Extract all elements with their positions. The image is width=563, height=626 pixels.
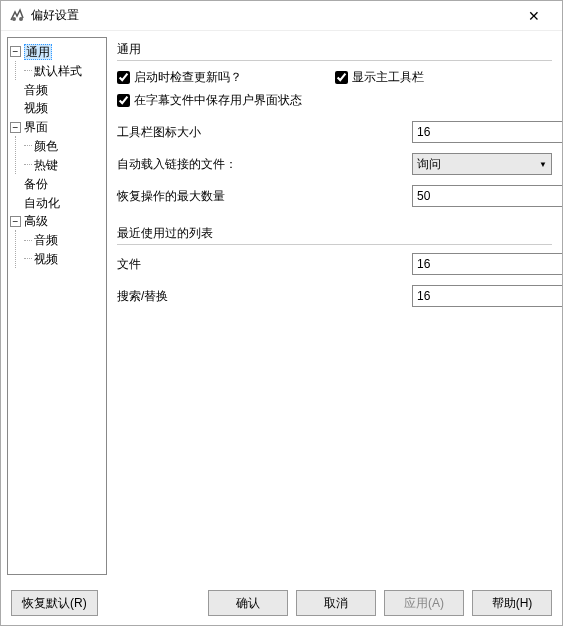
toolbar-icon-size-input[interactable] (412, 121, 562, 143)
body: −通用 默认样式 音频 视频 −界面 颜色 热键 备份 (1, 31, 562, 581)
recent-files-spinner[interactable]: ▲ ▼ (412, 253, 552, 275)
tree-node-audio[interactable]: 音频 (10, 80, 104, 99)
recent-files-input[interactable] (412, 253, 562, 275)
help-button[interactable]: 帮助(H) (472, 590, 552, 616)
row-recent-files: 文件 ▲ ▼ (117, 253, 552, 275)
row-recent-search: 搜索/替换 ▲ ▼ (117, 285, 552, 307)
tree-node-hotkey[interactable]: 热键 (24, 155, 104, 174)
app-icon (9, 8, 25, 24)
tree-node-color[interactable]: 颜色 (24, 136, 104, 155)
collapse-icon[interactable]: − (10, 122, 21, 133)
auto-load-linked-label: 自动载入链接的文件： (117, 156, 412, 173)
tree-node-backup[interactable]: 备份 (10, 174, 104, 193)
close-button[interactable]: ✕ (514, 2, 554, 30)
toolbar-icon-size-spinner[interactable]: ▲ ▼ (412, 121, 552, 143)
ok-button[interactable]: 确认 (208, 590, 288, 616)
check-update-label: 启动时检查更新吗？ (134, 69, 242, 86)
undo-max-spinner[interactable]: ▲ ▼ (412, 185, 552, 207)
tree-node-general[interactable]: −通用 默认样式 (10, 42, 104, 80)
collapse-icon[interactable]: − (10, 46, 21, 57)
window-title: 偏好设置 (31, 7, 514, 24)
check-show-toolbar[interactable]: 显示主工具栏 (335, 69, 553, 86)
tree-node-default-style[interactable]: 默认样式 (24, 61, 104, 80)
toolbar-icon-size-label: 工具栏图标大小 (117, 124, 412, 141)
section-general-title: 通用 (117, 41, 552, 61)
cancel-button[interactable]: 取消 (296, 590, 376, 616)
recent-search-label: 搜索/替换 (117, 288, 412, 305)
restore-defaults-button[interactable]: 恢复默认(R) (11, 590, 98, 616)
row-undo-max: 恢复操作的最大数量 ▲ ▼ (117, 185, 552, 207)
recent-search-input[interactable] (412, 285, 562, 307)
tree-label-general[interactable]: 通用 (24, 44, 52, 60)
apply-button[interactable]: 应用(A) (384, 590, 464, 616)
preferences-window: 偏好设置 ✕ −通用 默认样式 音频 视频 −界面 颜色 (0, 0, 563, 626)
tree-node-advanced[interactable]: −高级 音频 视频 (10, 211, 104, 267)
svg-point-1 (19, 17, 23, 21)
tree-node-adv-video[interactable]: 视频 (24, 249, 104, 268)
svg-point-0 (12, 17, 16, 21)
recent-search-spinner[interactable]: ▲ ▼ (412, 285, 552, 307)
footer: 恢复默认(R) 确认 取消 应用(A) 帮助(H) (1, 581, 562, 625)
auto-load-linked-select[interactable]: 询问 ▼ (412, 153, 552, 175)
tree-node-video[interactable]: 视频 (10, 98, 104, 117)
save-ui-state-label: 在字幕文件中保存用户界面状态 (134, 92, 302, 109)
content-panel: 通用 启动时检查更新吗？ 显示主工具栏 在字幕文件中保存用户界面状态 工具栏 (111, 31, 562, 581)
titlebar: 偏好设置 ✕ (1, 1, 562, 31)
save-ui-state-checkbox[interactable] (117, 94, 130, 107)
row-toolbar-icon-size: 工具栏图标大小 ▲ ▼ (117, 121, 552, 143)
check-update-on-start[interactable]: 启动时检查更新吗？ (117, 69, 335, 86)
undo-max-label: 恢复操作的最大数量 (117, 188, 412, 205)
recent-files-label: 文件 (117, 256, 412, 273)
collapse-icon[interactable]: − (10, 216, 21, 227)
auto-load-linked-value: 询问 (417, 156, 441, 173)
category-tree[interactable]: −通用 默认样式 音频 视频 −界面 颜色 热键 备份 (7, 37, 107, 575)
undo-max-input[interactable] (412, 185, 562, 207)
show-toolbar-checkbox[interactable] (335, 71, 348, 84)
tree-node-interface[interactable]: −界面 颜色 热键 (10, 117, 104, 173)
tree-node-adv-audio[interactable]: 音频 (24, 230, 104, 249)
tree-node-automation[interactable]: 自动化 (10, 193, 104, 212)
show-toolbar-label: 显示主工具栏 (352, 69, 424, 86)
check-save-ui-state[interactable]: 在字幕文件中保存用户界面状态 (117, 92, 552, 109)
close-icon: ✕ (528, 8, 540, 24)
check-update-checkbox[interactable] (117, 71, 130, 84)
section-recent-title: 最近使用过的列表 (117, 225, 552, 245)
row-auto-load-linked: 自动载入链接的文件： 询问 ▼ (117, 153, 552, 175)
